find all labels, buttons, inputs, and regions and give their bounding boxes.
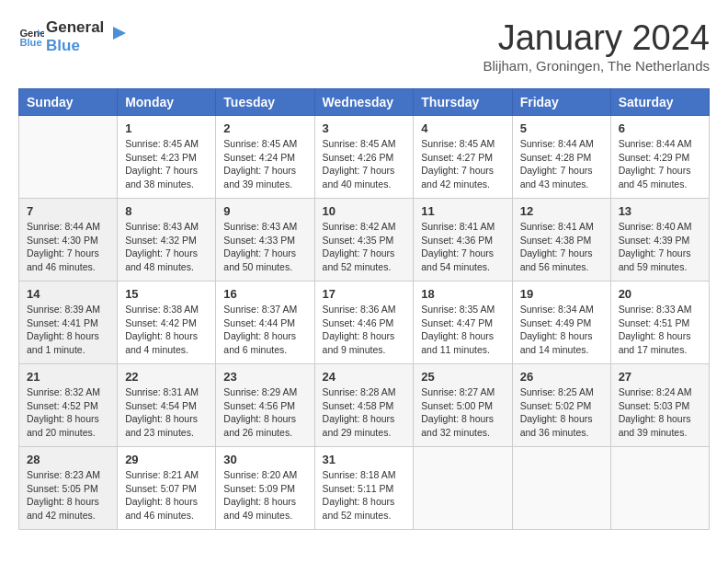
- day-info: Sunrise: 8:41 AMSunset: 4:36 PMDaylight:…: [421, 220, 504, 274]
- calendar-cell: [414, 447, 512, 530]
- calendar-week-0: 1Sunrise: 8:45 AMSunset: 4:23 PMDaylight…: [19, 116, 710, 199]
- day-info: Sunrise: 8:28 AMSunset: 4:58 PMDaylight:…: [323, 385, 406, 440]
- calendar-header: SundayMondayTuesdayWednesdayThursdayFrid…: [19, 89, 710, 116]
- calendar-cell: [610, 447, 709, 530]
- calendar-cell: 9Sunrise: 8:43 AMSunset: 4:33 PMDaylight…: [216, 199, 314, 282]
- day-number: 26: [520, 370, 603, 384]
- day-info: Sunrise: 8:44 AMSunset: 4:29 PMDaylight:…: [619, 137, 701, 191]
- day-number: 24: [323, 370, 406, 384]
- calendar-cell: 25Sunrise: 8:27 AMSunset: 5:00 PMDayligh…: [414, 364, 512, 447]
- calendar-cell: 10Sunrise: 8:42 AMSunset: 4:35 PMDayligh…: [314, 199, 414, 282]
- day-info: Sunrise: 8:20 AMSunset: 5:09 PMDaylight:…: [223, 468, 306, 523]
- day-number: 10: [323, 204, 406, 218]
- calendar-cell: 21Sunrise: 8:32 AMSunset: 4:52 PMDayligh…: [19, 364, 118, 447]
- calendar-cell: 2Sunrise: 8:45 AMSunset: 4:24 PMDaylight…: [216, 116, 314, 199]
- calendar-cell: [512, 447, 610, 530]
- calendar-cell: 24Sunrise: 8:28 AMSunset: 4:58 PMDayligh…: [314, 364, 414, 447]
- day-number: 11: [421, 204, 504, 218]
- day-number: 25: [421, 370, 504, 384]
- calendar-cell: 7Sunrise: 8:44 AMSunset: 4:30 PMDaylight…: [19, 199, 118, 282]
- calendar-cell: 20Sunrise: 8:33 AMSunset: 4:51 PMDayligh…: [610, 282, 709, 364]
- logo: General Blue General Blue: [18, 18, 128, 56]
- day-number: 7: [27, 204, 109, 218]
- calendar-cell: 5Sunrise: 8:44 AMSunset: 4:28 PMDaylight…: [512, 116, 610, 199]
- day-number: 31: [323, 453, 406, 466]
- calendar-cell: 14Sunrise: 8:39 AMSunset: 4:41 PMDayligh…: [19, 282, 118, 364]
- header-cell-thursday: Thursday: [414, 89, 512, 116]
- day-number: 1: [125, 121, 208, 135]
- calendar-cell: [19, 116, 118, 199]
- day-info: Sunrise: 8:23 AMSunset: 5:05 PMDaylight:…: [27, 468, 109, 523]
- day-info: Sunrise: 8:29 AMSunset: 4:56 PMDaylight:…: [223, 385, 306, 440]
- calendar-cell: 26Sunrise: 8:25 AMSunset: 5:02 PMDayligh…: [512, 364, 610, 447]
- calendar-cell: 1Sunrise: 8:45 AMSunset: 4:23 PMDaylight…: [118, 116, 216, 199]
- day-info: Sunrise: 8:45 AMSunset: 4:26 PMDaylight:…: [323, 137, 406, 191]
- calendar-cell: 13Sunrise: 8:40 AMSunset: 4:39 PMDayligh…: [610, 199, 709, 282]
- day-info: Sunrise: 8:39 AMSunset: 4:41 PMDaylight:…: [27, 303, 109, 357]
- calendar-body: 1Sunrise: 8:45 AMSunset: 4:23 PMDaylight…: [19, 116, 710, 530]
- day-info: Sunrise: 8:37 AMSunset: 4:44 PMDaylight:…: [223, 303, 306, 357]
- day-info: Sunrise: 8:33 AMSunset: 4:51 PMDaylight:…: [619, 303, 701, 357]
- calendar-week-4: 28Sunrise: 8:23 AMSunset: 5:05 PMDayligh…: [19, 447, 710, 530]
- day-info: Sunrise: 8:45 AMSunset: 4:27 PMDaylight:…: [421, 137, 504, 191]
- day-info: Sunrise: 8:44 AMSunset: 4:28 PMDaylight:…: [520, 137, 603, 191]
- day-info: Sunrise: 8:18 AMSunset: 5:11 PMDaylight:…: [323, 468, 406, 523]
- page-header: General Blue General Blue January 2024 B…: [18, 18, 710, 74]
- day-number: 6: [619, 121, 701, 135]
- day-info: Sunrise: 8:27 AMSunset: 5:00 PMDaylight:…: [421, 385, 504, 440]
- calendar-cell: 23Sunrise: 8:29 AMSunset: 4:56 PMDayligh…: [216, 364, 314, 447]
- calendar-cell: 28Sunrise: 8:23 AMSunset: 5:05 PMDayligh…: [19, 447, 118, 530]
- day-number: 28: [27, 453, 109, 466]
- calendar-cell: 31Sunrise: 8:18 AMSunset: 5:11 PMDayligh…: [314, 447, 414, 530]
- calendar-cell: 6Sunrise: 8:44 AMSunset: 4:29 PMDaylight…: [610, 116, 709, 199]
- day-number: 15: [125, 287, 208, 301]
- header-row: SundayMondayTuesdayWednesdayThursdayFrid…: [19, 89, 710, 116]
- title-section: January 2024 Blijham, Groningen, The Net…: [483, 18, 710, 74]
- day-number: 20: [619, 287, 701, 301]
- day-number: 3: [323, 121, 406, 135]
- day-info: Sunrise: 8:24 AMSunset: 5:03 PMDaylight:…: [619, 385, 701, 440]
- day-number: 2: [223, 121, 306, 135]
- month-title: January 2024: [483, 18, 710, 58]
- header-cell-saturday: Saturday: [610, 89, 709, 116]
- calendar-cell: 27Sunrise: 8:24 AMSunset: 5:03 PMDayligh…: [610, 364, 709, 447]
- calendar-week-2: 14Sunrise: 8:39 AMSunset: 4:41 PMDayligh…: [19, 282, 710, 364]
- logo-general: General: [46, 18, 104, 37]
- day-info: Sunrise: 8:36 AMSunset: 4:46 PMDaylight:…: [323, 303, 406, 357]
- logo-icon: General Blue: [18, 24, 44, 50]
- day-number: 17: [323, 287, 406, 301]
- day-number: 9: [223, 204, 306, 218]
- header-cell-tuesday: Tuesday: [216, 89, 314, 116]
- day-info: Sunrise: 8:35 AMSunset: 4:47 PMDaylight:…: [421, 303, 504, 357]
- calendar-cell: 19Sunrise: 8:34 AMSunset: 4:49 PMDayligh…: [512, 282, 610, 364]
- calendar-cell: 12Sunrise: 8:41 AMSunset: 4:38 PMDayligh…: [512, 199, 610, 282]
- day-number: 4: [421, 121, 504, 135]
- calendar-week-3: 21Sunrise: 8:32 AMSunset: 4:52 PMDayligh…: [19, 364, 710, 447]
- calendar-table: SundayMondayTuesdayWednesdayThursdayFrid…: [18, 88, 710, 530]
- day-info: Sunrise: 8:32 AMSunset: 4:52 PMDaylight:…: [27, 385, 109, 440]
- calendar-cell: 22Sunrise: 8:31 AMSunset: 4:54 PMDayligh…: [118, 364, 216, 447]
- header-cell-sunday: Sunday: [19, 89, 118, 116]
- header-cell-wednesday: Wednesday: [314, 89, 414, 116]
- day-info: Sunrise: 8:42 AMSunset: 4:35 PMDaylight:…: [323, 220, 406, 274]
- day-info: Sunrise: 8:31 AMSunset: 4:54 PMDaylight:…: [125, 385, 208, 440]
- header-cell-friday: Friday: [512, 89, 610, 116]
- svg-marker-3: [113, 27, 126, 40]
- day-info: Sunrise: 8:40 AMSunset: 4:39 PMDaylight:…: [619, 220, 701, 274]
- day-number: 29: [125, 453, 208, 466]
- day-info: Sunrise: 8:38 AMSunset: 4:42 PMDaylight:…: [125, 303, 208, 357]
- day-number: 30: [223, 453, 306, 466]
- day-info: Sunrise: 8:41 AMSunset: 4:38 PMDaylight:…: [520, 220, 603, 274]
- day-number: 27: [619, 370, 701, 384]
- logo-arrow-icon: [108, 23, 128, 43]
- calendar-cell: 4Sunrise: 8:45 AMSunset: 4:27 PMDaylight…: [414, 116, 512, 199]
- day-info: Sunrise: 8:43 AMSunset: 4:32 PMDaylight:…: [125, 220, 208, 274]
- calendar-cell: 11Sunrise: 8:41 AMSunset: 4:36 PMDayligh…: [414, 199, 512, 282]
- day-number: 13: [619, 204, 701, 218]
- header-cell-monday: Monday: [118, 89, 216, 116]
- day-number: 19: [520, 287, 603, 301]
- day-number: 5: [520, 121, 603, 135]
- day-info: Sunrise: 8:43 AMSunset: 4:33 PMDaylight:…: [223, 220, 306, 274]
- day-info: Sunrise: 8:21 AMSunset: 5:07 PMDaylight:…: [125, 468, 208, 523]
- calendar-week-1: 7Sunrise: 8:44 AMSunset: 4:30 PMDaylight…: [19, 199, 710, 282]
